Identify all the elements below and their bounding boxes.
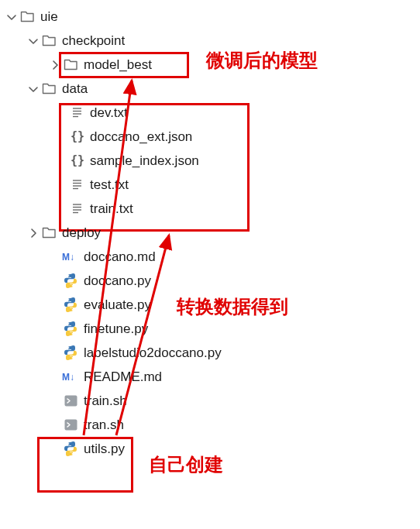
tree-label: sample_index.json — [90, 153, 199, 169]
tree-label: doccano.md — [84, 249, 156, 265]
folder-icon — [40, 81, 57, 97]
tree-label: dev.txt — [90, 105, 128, 121]
tree-label: model_best — [84, 57, 152, 73]
tree-item-train-txt[interactable]: train.txt — [0, 197, 420, 221]
markdown-icon — [62, 369, 79, 385]
shell-icon — [62, 417, 79, 433]
shell-icon — [62, 393, 79, 409]
python-icon — [62, 273, 79, 289]
tree-label: test.txt — [90, 177, 129, 193]
markdown-icon — [62, 249, 79, 265]
python-icon — [62, 345, 79, 361]
tree-item-data[interactable]: data — [0, 77, 420, 101]
tree-item-tran-sh[interactable]: tran.sh — [0, 413, 420, 437]
folder-icon — [62, 57, 79, 73]
json-icon — [68, 153, 85, 169]
tree-label: train.txt — [90, 201, 133, 217]
tree-label: finetune.py — [84, 321, 148, 337]
python-icon — [62, 321, 79, 337]
tree-item-doccano-ext-json[interactable]: doccano_ext.json — [0, 125, 420, 149]
chevron-down-icon — [5, 10, 19, 24]
chevron-down-icon — [26, 82, 40, 96]
tree-item-doccano-md[interactable]: doccano.md — [0, 245, 420, 269]
tree-item-doccano-py[interactable]: doccano.py — [0, 269, 420, 293]
textfile-icon — [68, 201, 85, 217]
tree-item-finetune-py[interactable]: finetune.py — [0, 317, 420, 341]
folder-icon — [19, 9, 36, 25]
tree-item-dev-txt[interactable]: dev.txt — [0, 101, 420, 125]
annotation-label-data-files: 转换数据得到 — [177, 294, 288, 319]
tree-label: deploy — [62, 225, 101, 241]
chevron-right-icon — [26, 226, 40, 240]
tree-item-uie[interactable]: uie — [0, 5, 420, 29]
tree-label: doccano_ext.json — [90, 129, 192, 145]
tree-label: utils.py — [84, 441, 125, 457]
tree-label: README.md — [84, 369, 162, 385]
tree-label: labelstudio2doccano.py — [84, 345, 222, 361]
annotation-label-model-best: 微调后的模型 — [206, 48, 318, 73]
tree-label: doccano.py — [84, 273, 151, 289]
tree-label: data — [62, 81, 88, 97]
tree-label: train.sh — [84, 393, 127, 409]
tree-label: uie — [40, 9, 58, 25]
tree-label: evaluate.py — [84, 297, 151, 313]
tree-item-deploy[interactable]: deploy — [0, 221, 420, 245]
folder-icon — [40, 225, 57, 241]
tree-label: tran.sh — [84, 417, 124, 433]
python-icon — [62, 297, 79, 313]
tree-item-labelstudio-py[interactable]: labelstudio2doccano.py — [0, 341, 420, 365]
tree-item-sample-index-json[interactable]: sample_index.json — [0, 149, 420, 173]
json-icon — [68, 129, 85, 145]
textfile-icon — [68, 177, 85, 193]
tree-label: checkpoint — [62, 33, 125, 49]
tree-item-readme-md[interactable]: README.md — [0, 365, 420, 389]
python-icon — [62, 441, 79, 457]
chevron-down-icon — [26, 34, 40, 48]
folder-icon — [40, 33, 57, 49]
tree-item-train-sh[interactable]: train.sh — [0, 389, 420, 413]
textfile-icon — [68, 105, 85, 121]
chevron-right-icon — [48, 58, 62, 72]
annotation-label-sh-files: 自己创建 — [149, 452, 223, 477]
tree-item-test-txt[interactable]: test.txt — [0, 173, 420, 197]
file-tree: uie checkpoint model_best data dev.txt d… — [0, 5, 420, 461]
